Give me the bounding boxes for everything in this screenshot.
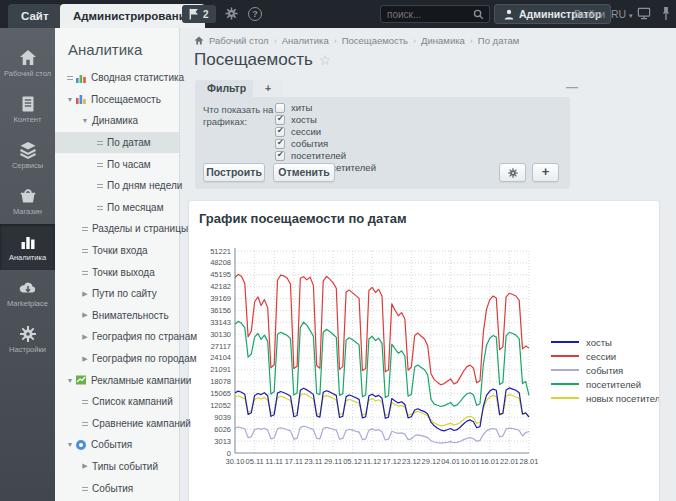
marketplace-icon xyxy=(18,278,38,298)
sidebar-item-сводная-статистика[interactable]: Сводная статистика xyxy=(55,67,179,89)
sidebar-item-точки-входа[interactable]: Точки входа xyxy=(55,240,179,262)
svg-text:27117: 27117 xyxy=(211,342,231,351)
logout-link[interactable]: Выйти xyxy=(574,8,605,20)
build-button[interactable]: Построить xyxy=(203,163,265,182)
sidebar-item-сравнение-кампаний[interactable]: Сравнение кампаний xyxy=(55,413,179,435)
filter-tab[interactable]: Фильтр xyxy=(195,80,258,97)
sidebar-item-label: Пути по сайту xyxy=(92,288,157,299)
breadcrumb-separator: › xyxy=(413,36,416,46)
rail-item-marketplace[interactable]: Marketplace xyxy=(0,270,55,316)
rail-item-content[interactable]: Контент xyxy=(0,86,55,132)
favorite-star-icon[interactable]: ☆ xyxy=(319,52,332,68)
summary-stats-icon xyxy=(75,72,87,84)
rail-item-store[interactable]: Магазин xyxy=(0,178,55,224)
sidebar-item-по-месяцам[interactable]: По месяцам xyxy=(55,197,179,219)
chevron-down-icon[interactable]: ▼ xyxy=(65,441,75,448)
checkbox[interactable] xyxy=(275,151,285,161)
search-icon[interactable] xyxy=(473,9,484,20)
sidebar-item-по-часам[interactable]: По часам xyxy=(55,153,179,175)
rail-item-desktop[interactable]: Рабочий стол xyxy=(0,40,55,86)
sidebar-item-типы-событий[interactable]: ▶Типы событий xyxy=(55,456,179,478)
filter-option-посетителей[interactable]: посетителей xyxy=(275,150,376,161)
help-icon[interactable]: ? xyxy=(248,7,264,23)
chevron-right-icon[interactable]: ▶ xyxy=(80,311,90,319)
svg-text:30.10: 30.10 xyxy=(226,457,245,466)
notifications-button[interactable]: 2 xyxy=(182,5,216,23)
chevron-right-icon[interactable]: ▶ xyxy=(80,355,90,363)
breadcrumb-item[interactable]: Аналитика xyxy=(282,35,329,46)
chevron-down-icon[interactable]: ▼ xyxy=(80,117,90,124)
breadcrumb-item[interactable]: По датам xyxy=(478,35,519,46)
sidebar-item-внимательность[interactable]: ▶Внимательность xyxy=(55,305,179,327)
filter-minimize-button[interactable]: — xyxy=(566,80,578,94)
store-icon xyxy=(18,186,38,206)
sidebar-item-label: Точки выхода xyxy=(92,267,155,278)
chart-legend: хостысессиисобытияпосетителейновых посет… xyxy=(551,335,660,405)
svg-text:05.11: 05.11 xyxy=(245,457,263,466)
sidebar-item-список-кампаний[interactable]: Список кампаний xyxy=(55,391,179,413)
rail-item-analytics[interactable]: Аналитика xyxy=(0,224,55,270)
checkbox[interactable] xyxy=(275,115,285,125)
sidebar-item-по-дням-недели[interactable]: По дням недели xyxy=(55,175,179,197)
svg-text:42182: 42182 xyxy=(210,282,231,291)
sidebar-item-разделы-и-страницы[interactable]: Разделы и страницы xyxy=(55,218,179,240)
legend-label: новых посетителей xyxy=(586,393,660,404)
breadcrumb-item[interactable]: Рабочий стол xyxy=(209,35,269,46)
legend-label: посетителей xyxy=(586,379,641,390)
events-icon xyxy=(75,439,87,451)
filter-option-хиты[interactable]: хиты xyxy=(275,102,376,113)
legend-label: события xyxy=(586,365,623,376)
svg-text:04.01: 04.01 xyxy=(441,457,460,466)
sidebar-item-динамика[interactable]: ▼Динамика xyxy=(55,110,179,132)
svg-text:29.12: 29.12 xyxy=(422,457,441,466)
item-bullet-icon xyxy=(80,485,90,492)
settings-icon xyxy=(18,324,38,344)
chevron-down-icon[interactable]: ▼ xyxy=(65,96,75,103)
topbar-gear-icon[interactable] xyxy=(224,6,240,22)
sidebar-item-label: География по городам xyxy=(92,353,197,364)
breadcrumb-item[interactable]: Посещаемость xyxy=(342,35,408,46)
sidebar-item-точки-выхода[interactable]: Точки выхода xyxy=(55,261,179,283)
sidebar-item-география-по-городам[interactable]: ▶География по городам xyxy=(55,348,179,370)
search-input[interactable] xyxy=(381,9,473,20)
sidebar-item-по-датам[interactable]: По датам xyxy=(55,132,179,154)
breadcrumb-item[interactable]: Динамика xyxy=(421,35,465,46)
desktop-mode-icon[interactable] xyxy=(637,6,653,22)
rail-item-label: Контент xyxy=(14,116,42,124)
item-bullet-icon xyxy=(80,225,90,232)
chevron-right-icon[interactable]: ▶ xyxy=(80,462,90,470)
sidebar-item-события[interactable]: События xyxy=(55,477,179,499)
filter-option-события[interactable]: события xyxy=(275,138,376,149)
sidebar-item-события[interactable]: ▼События xyxy=(55,434,179,456)
rail-item-settings[interactable]: Настройки xyxy=(0,316,55,362)
chevron-down-icon[interactable]: ▼ xyxy=(65,377,75,384)
svg-text:17.12: 17.12 xyxy=(382,457,401,466)
svg-text:22.01: 22.01 xyxy=(500,457,519,466)
legend-item-посетителей: посетителей xyxy=(551,377,660,391)
svg-text:11.12: 11.12 xyxy=(363,457,381,466)
checkbox[interactable] xyxy=(275,139,285,149)
sidebar-item-география-по-странам[interactable]: ▶География по странам xyxy=(55,326,179,348)
sidebar-item-пути-по-сайту[interactable]: ▶Пути по сайту xyxy=(55,283,179,305)
language-selector[interactable]: RU ▾ xyxy=(611,8,633,20)
filter-option-сессии[interactable]: сессии xyxy=(275,126,376,137)
item-bullet-icon xyxy=(80,420,90,427)
filter-settings-button[interactable] xyxy=(499,163,526,182)
sidebar-item-посещаемость[interactable]: ▼Посещаемость xyxy=(55,89,179,111)
sidebar-item-рекламные-кампании[interactable]: ▼Рекламные кампании xyxy=(55,369,179,391)
add-filter-tab[interactable]: + xyxy=(253,80,283,97)
chevron-right-icon[interactable]: ▶ xyxy=(80,290,90,298)
cancel-button[interactable]: Отменить xyxy=(273,163,335,182)
tab-site[interactable]: Сайт xyxy=(8,4,62,28)
filter-option-хосты[interactable]: хосты xyxy=(275,114,376,125)
home-icon[interactable] xyxy=(194,36,204,45)
checkbox[interactable] xyxy=(275,103,285,113)
rail-item-services[interactable]: Сервисы xyxy=(0,132,55,178)
filter-add-button[interactable]: + xyxy=(532,163,559,182)
pin-icon[interactable] xyxy=(660,6,676,22)
checkbox[interactable] xyxy=(275,127,285,137)
visits-chart: 0301360269039120521506518078210912410427… xyxy=(195,245,547,471)
svg-text:29.11: 29.11 xyxy=(324,457,342,466)
chevron-right-icon[interactable]: ▶ xyxy=(80,333,90,341)
content-icon xyxy=(18,94,38,114)
